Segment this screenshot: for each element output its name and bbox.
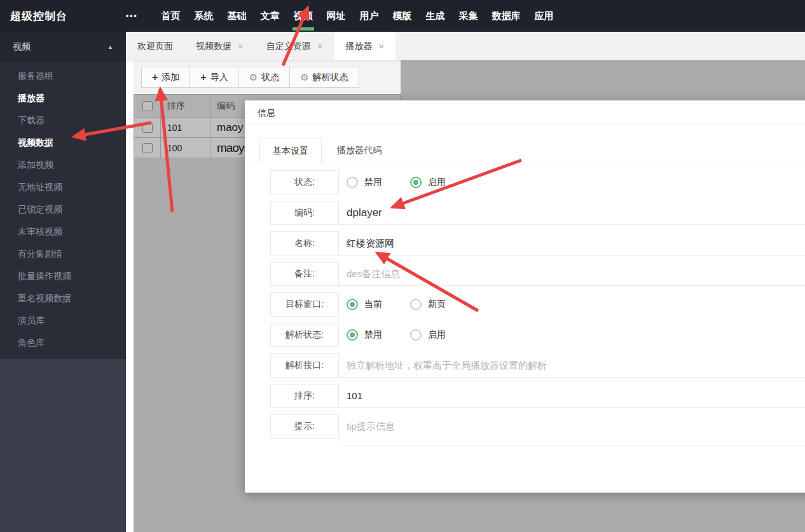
select-all-checkbox[interactable]: [142, 101, 153, 111]
gear-icon: ⚙: [249, 72, 258, 83]
nav-item-用户[interactable]: 用户: [360, 0, 379, 32]
sidebar-item-下载器[interactable]: 下载器: [0, 109, 126, 132]
radio-label: 启用: [428, 177, 446, 188]
tab-label: 视频数据: [196, 41, 231, 52]
sidebar-group-label: 视频: [13, 41, 31, 53]
radio-checked[interactable]: [347, 329, 358, 341]
radio-checked[interactable]: [347, 299, 358, 310]
sidebar-item-批量操作视频[interactable]: 批量操作视频: [0, 265, 126, 287]
radio-option-启用[interactable]: 启用: [410, 329, 446, 341]
row-checkbox[interactable]: [142, 123, 153, 133]
close-icon[interactable]: ×: [317, 41, 323, 51]
tab-视频数据[interactable]: 视频数据×: [184, 32, 255, 60]
modal-tabbar: 基本设置播放器代码: [245, 139, 805, 163]
modal-tab-基本设置[interactable]: 基本设置: [259, 139, 322, 163]
解析状态-button[interactable]: ⚙解析状态: [289, 67, 359, 88]
modal-form: 状态:禁用启用编码:dplayer名称:红楼资源网备注:des备注信息目标窗口:…: [245, 170, 805, 446]
field-row-状态: 状态:禁用启用: [270, 170, 805, 194]
sidebar-item-无地址视频[interactable]: 无地址视频: [0, 176, 126, 198]
nav-item-视频[interactable]: 视频: [294, 0, 313, 32]
cell-order: 100: [161, 138, 210, 158]
field-row-编码: 编码:dplayer: [270, 201, 805, 225]
sidebar-item-视频数据[interactable]: 视频数据: [0, 132, 126, 154]
nav-item-首页[interactable]: 首页: [162, 0, 181, 32]
sidebar-item-添加视频[interactable]: 添加视频: [0, 154, 126, 176]
toolbar-button-group: +添加+导入⚙状态⚙解析状态: [141, 67, 359, 88]
row-checkbox-cell: [134, 138, 161, 158]
导入-button[interactable]: +导入: [189, 67, 238, 88]
field-row-备注: 备注:des备注信息: [270, 262, 805, 286]
collapse-caret-icon[interactable]: ▲: [107, 44, 113, 50]
nav-item-基础[interactable]: 基础: [228, 0, 247, 32]
sidebar-item-重名视频数据[interactable]: 重名视频数据: [0, 287, 126, 310]
添加-button[interactable]: +添加: [141, 67, 190, 88]
sidebar-item-有分集剧情[interactable]: 有分集剧情: [0, 243, 126, 265]
radio-unchecked[interactable]: [410, 329, 422, 341]
close-icon[interactable]: ×: [379, 41, 385, 51]
field-label: 提示:: [270, 414, 339, 439]
close-icon[interactable]: ×: [238, 41, 244, 51]
header-checkbox-cell: [134, 95, 161, 117]
sidebar-item-角色库[interactable]: 角色库: [0, 332, 126, 354]
input-提示[interactable]: tip提示信息: [339, 414, 805, 446]
sidebar-item-服务器组[interactable]: 服务器组: [0, 65, 126, 87]
tab-label: 自定义资源: [266, 41, 311, 52]
radio-option-禁用[interactable]: 禁用: [347, 329, 382, 341]
sidebar: 视频 ▲ 服务器组播放器下载器视频数据添加视频无地址视频已锁定视频未审核视频有分…: [0, 32, 126, 532]
button-label: 状态: [261, 72, 279, 83]
field-label: 排序:: [270, 384, 339, 408]
field-label: 名称:: [270, 231, 339, 256]
app-title: 超级控制台: [10, 9, 67, 24]
modal-backdrop-top: [401, 60, 805, 94]
radio-option-禁用[interactable]: 禁用: [347, 177, 382, 188]
input-解析接口[interactable]: 独立解析地址，权重高于全局播放器设置的解析: [339, 353, 805, 378]
tab-label: 欢迎页面: [137, 41, 173, 52]
tab-自定义资源[interactable]: 自定义资源×: [255, 32, 334, 60]
nav-item-文章[interactable]: 文章: [261, 0, 280, 32]
input-排序[interactable]: 101: [339, 384, 805, 408]
sidebar-group-video[interactable]: 视频 ▲: [0, 32, 126, 62]
header-order: 排序: [161, 95, 210, 117]
button-label: 添加: [162, 72, 179, 83]
input-编码[interactable]: dplayer: [339, 201, 805, 225]
radio-unchecked[interactable]: [347, 177, 358, 188]
nav-item-采集[interactable]: 采集: [459, 0, 478, 32]
sidebar-item-已锁定视频[interactable]: 已锁定视频: [0, 198, 126, 221]
row-checkbox[interactable]: [142, 143, 153, 153]
radio-unchecked[interactable]: [410, 299, 422, 310]
nav-item-数据库[interactable]: 数据库: [492, 0, 521, 32]
radio-option-当前[interactable]: 当前: [347, 299, 382, 310]
field-row-解析状态: 解析状态:禁用启用: [270, 323, 805, 347]
nav-item-模版[interactable]: 模版: [393, 0, 412, 32]
tab-播放器[interactable]: 播放器×: [334, 32, 396, 60]
状态-button[interactable]: ⚙状态: [238, 67, 290, 88]
sidebar-item-播放器[interactable]: 播放器: [0, 87, 126, 109]
button-label: 导入: [210, 72, 228, 83]
radio-group: 当前新页: [339, 292, 805, 317]
input-备注[interactable]: des备注信息: [339, 262, 805, 286]
radio-option-新页[interactable]: 新页: [410, 299, 446, 310]
radio-checked[interactable]: [410, 177, 422, 188]
page-tabbar: 欢迎页面视频数据×自定义资源×播放器×: [126, 32, 805, 60]
nav-item-应用[interactable]: 应用: [535, 0, 554, 32]
modal-tab-播放器代码[interactable]: 播放器代码: [322, 139, 397, 163]
nav-item-系统[interactable]: 系统: [195, 0, 214, 32]
field-row-排序: 排序:101: [270, 384, 805, 408]
more-dots-icon[interactable]: •••: [126, 11, 138, 20]
nav-item-网址[interactable]: 网址: [327, 0, 346, 32]
field-label: 解析状态:: [270, 323, 339, 347]
tab-label: 播放器: [346, 41, 373, 52]
sidebar-item-演员库[interactable]: 演员库: [0, 310, 126, 332]
field-label: 解析接口:: [270, 353, 339, 378]
radio-option-启用[interactable]: 启用: [410, 177, 446, 188]
top-navbar: 超级控制台 ••• 首页系统基础文章视频网址用户模版生成采集数据库应用: [0, 0, 805, 32]
cell-order: 101: [161, 118, 210, 137]
sidebar-menu: 服务器组播放器下载器视频数据添加视频无地址视频已锁定视频未审核视频有分集剧情批量…: [0, 62, 126, 359]
field-label: 备注:: [270, 262, 339, 286]
radio-group: 禁用启用: [339, 323, 805, 347]
tab-欢迎页面[interactable]: 欢迎页面: [126, 32, 184, 60]
radio-group: 禁用启用: [339, 170, 805, 194]
input-名称[interactable]: 红楼资源网: [339, 231, 805, 256]
sidebar-item-未审核视频[interactable]: 未审核视频: [0, 221, 126, 243]
nav-item-生成[interactable]: 生成: [426, 0, 445, 32]
